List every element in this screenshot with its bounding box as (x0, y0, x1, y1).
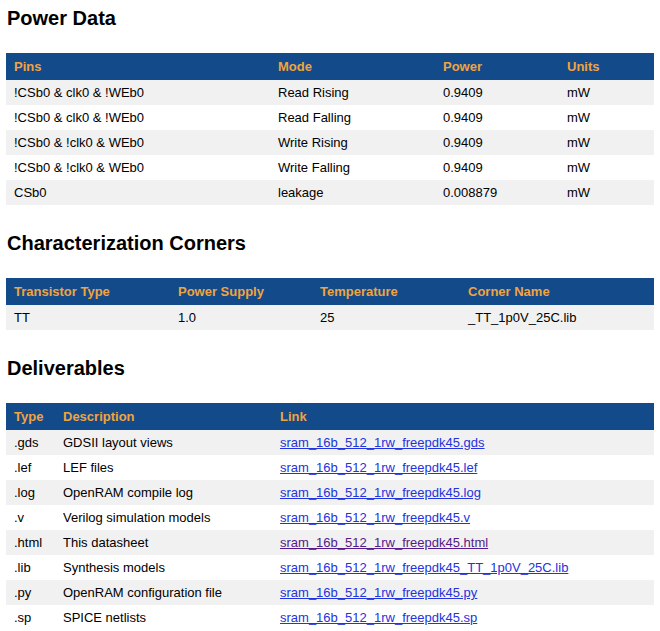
deliverable-link-py[interactable]: sram_16b_512_1rw_freepdk45.py (280, 585, 477, 600)
cell-link: sram_16b_512_1rw_freepdk45.html (272, 530, 654, 555)
column-header-power-supply: Power Supply (170, 278, 312, 305)
cell-link: sram_16b_512_1rw_freepdk45_TT_1p0V_25C.l… (272, 555, 654, 580)
cell-link: sram_16b_512_1rw_freepdk45.log (272, 480, 654, 505)
column-header-corner-name: Corner Name (460, 278, 654, 305)
table-row: .log OpenRAM compile log sram_16b_512_1r… (6, 480, 654, 505)
datasheet-page: Power Data Pins Mode Power Units !CSb0 &… (0, 0, 660, 631)
column-header-transistor-type: Transistor Type (6, 278, 170, 305)
cell-units: mW (559, 180, 654, 205)
table-row: .gds GDSII layout views sram_16b_512_1rw… (6, 430, 654, 455)
cell-power: 0.9409 (435, 105, 559, 130)
cell-description: SPICE netlists (55, 605, 272, 630)
table-row: CSb0 leakage 0.008879 mW (6, 180, 654, 205)
deliverable-link-v[interactable]: sram_16b_512_1rw_freepdk45.v (280, 510, 470, 525)
cell-description: Verilog simulation models (55, 505, 272, 530)
cell-temperature: 25 (312, 305, 460, 330)
cell-pins: !CSb0 & !clk0 & WEb0 (6, 155, 270, 180)
cell-mode: Read Falling (270, 105, 435, 130)
cell-file-type: .sp (6, 605, 55, 630)
cell-units: mW (559, 130, 654, 155)
cell-mode: Read Rising (270, 80, 435, 105)
cell-units: mW (559, 105, 654, 130)
cell-file-type: .html (6, 530, 55, 555)
column-header-type: Type (6, 403, 55, 430)
cell-power: 0.008879 (435, 180, 559, 205)
cell-link: sram_16b_512_1rw_freepdk45.gds (272, 430, 654, 455)
cell-file-type: .lef (6, 455, 55, 480)
table-row: !CSb0 & clk0 & !WEb0 Read Falling 0.9409… (6, 105, 654, 130)
cell-file-type: .py (6, 580, 55, 605)
table-row: !CSb0 & clk0 & !WEb0 Read Rising 0.9409 … (6, 80, 654, 105)
cell-units: mW (559, 80, 654, 105)
column-header-mode: Mode (270, 53, 435, 80)
table-row: .lef LEF files sram_16b_512_1rw_freepdk4… (6, 455, 654, 480)
cell-units: mW (559, 155, 654, 180)
cell-link: sram_16b_512_1rw_freepdk45.lef (272, 455, 654, 480)
table-row: .py OpenRAM configuration file sram_16b_… (6, 580, 654, 605)
table-row: .v Verilog simulation models sram_16b_51… (6, 505, 654, 530)
column-header-temperature: Temperature (312, 278, 460, 305)
cell-file-type: .lib (6, 555, 55, 580)
cell-description: This datasheet (55, 530, 272, 555)
cell-link: sram_16b_512_1rw_freepdk45.v (272, 505, 654, 530)
cell-pins: !CSb0 & !clk0 & WEb0 (6, 130, 270, 155)
cell-pins: !CSb0 & clk0 & !WEb0 (6, 105, 270, 130)
cell-mode: Write Falling (270, 155, 435, 180)
deliverables-table: Type Description Link .gds GDSII layout … (6, 403, 654, 630)
cell-file-type: .v (6, 505, 55, 530)
power-data-table: Pins Mode Power Units !CSb0 & clk0 & !WE… (6, 53, 654, 205)
cell-description: Synthesis models (55, 555, 272, 580)
cell-corner-name: _TT_1p0V_25C.lib (460, 305, 654, 330)
table-row: .sp SPICE netlists sram_16b_512_1rw_free… (6, 605, 654, 630)
table-row: !CSb0 & !clk0 & WEb0 Write Falling 0.940… (6, 155, 654, 180)
cell-description: OpenRAM configuration file (55, 580, 272, 605)
section-title-characterization-corners: Characterization Corners (7, 232, 654, 254)
deliverable-link-log[interactable]: sram_16b_512_1rw_freepdk45.log (280, 485, 481, 500)
deliverable-link-lef[interactable]: sram_16b_512_1rw_freepdk45.lef (280, 460, 477, 475)
cell-power-supply: 1.0 (170, 305, 312, 330)
cell-transistor-type: TT (6, 305, 170, 330)
table-row: !CSb0 & !clk0 & WEb0 Write Rising 0.9409… (6, 130, 654, 155)
table-header-row: Transistor Type Power Supply Temperature… (6, 278, 654, 305)
table-row: .lib Synthesis models sram_16b_512_1rw_f… (6, 555, 654, 580)
cell-file-type: .log (6, 480, 55, 505)
column-header-power: Power (435, 53, 559, 80)
cell-mode: leakage (270, 180, 435, 205)
deliverable-link-html[interactable]: sram_16b_512_1rw_freepdk45.html (280, 535, 488, 550)
cell-link: sram_16b_512_1rw_freepdk45.sp (272, 605, 654, 630)
table-row: TT 1.0 25 _TT_1p0V_25C.lib (6, 305, 654, 330)
column-header-units: Units (559, 53, 654, 80)
cell-pins: !CSb0 & clk0 & !WEb0 (6, 80, 270, 105)
deliverable-link-gds[interactable]: sram_16b_512_1rw_freepdk45.gds (280, 435, 485, 450)
cell-power: 0.9409 (435, 155, 559, 180)
section-title-power-data: Power Data (7, 7, 654, 29)
cell-power: 0.9409 (435, 130, 559, 155)
section-title-deliverables: Deliverables (7, 357, 654, 379)
column-header-link: Link (272, 403, 654, 430)
column-header-pins: Pins (6, 53, 270, 80)
table-row: .html This datasheet sram_16b_512_1rw_fr… (6, 530, 654, 555)
table-header-row: Pins Mode Power Units (6, 53, 654, 80)
cell-file-type: .gds (6, 430, 55, 455)
cell-link: sram_16b_512_1rw_freepdk45.py (272, 580, 654, 605)
cell-description: LEF files (55, 455, 272, 480)
cell-pins: CSb0 (6, 180, 270, 205)
cell-description: GDSII layout views (55, 430, 272, 455)
column-header-description: Description (55, 403, 272, 430)
deliverable-link-sp[interactable]: sram_16b_512_1rw_freepdk45.sp (280, 610, 477, 625)
characterization-corners-table: Transistor Type Power Supply Temperature… (6, 278, 654, 330)
cell-description: OpenRAM compile log (55, 480, 272, 505)
deliverable-link-lib[interactable]: sram_16b_512_1rw_freepdk45_TT_1p0V_25C.l… (280, 560, 568, 575)
table-header-row: Type Description Link (6, 403, 654, 430)
cell-power: 0.9409 (435, 80, 559, 105)
cell-mode: Write Rising (270, 130, 435, 155)
